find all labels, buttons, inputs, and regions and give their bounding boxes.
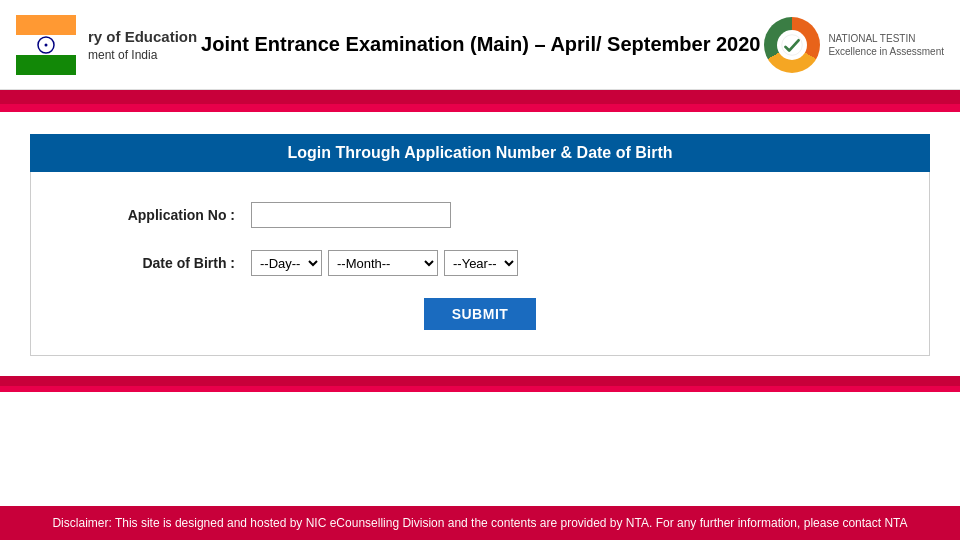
disclaimer-bar: Disclaimer: This site is designed and ho… (0, 506, 960, 540)
page-header: ry of Education ment of India Joint Entr… (0, 0, 960, 90)
application-no-row: Application No : (51, 202, 909, 228)
submit-button[interactable]: SUBMIT (424, 298, 537, 330)
ministry-line2: ment of India (88, 47, 197, 64)
dob-row: Date of Birth : --Day-- 12345 678910 111… (51, 250, 909, 276)
dob-month-select[interactable]: --Month-- JanuaryFebruaryMarchApril MayJ… (328, 250, 438, 276)
login-section-title: Login Through Application Number & Date … (30, 134, 930, 172)
decorative-bar-crimson (0, 90, 960, 104)
disclaimer-text: Disclaimer: This site is designed and ho… (52, 516, 907, 530)
dob-day-select[interactable]: --Day-- 12345 678910 1112131415 16171819… (251, 250, 322, 276)
exam-title: Joint Entrance Examination (Main) – Apri… (197, 33, 764, 56)
nta-name-text: NATIONAL TESTIN Excellence in Assessment (828, 32, 944, 58)
ministry-logo-icon (16, 15, 76, 75)
ministry-info: ry of Education ment of India (16, 15, 197, 75)
ministry-line1: ry of Education (88, 26, 197, 47)
ministry-name: ry of Education ment of India (88, 26, 197, 64)
dob-label: Date of Birth : (51, 255, 251, 271)
nta-title: NATIONAL TESTIN (828, 32, 944, 45)
dob-year-select[interactable]: --Year-- 1990199119921993 19941995199619… (444, 250, 518, 276)
svg-point-4 (45, 43, 48, 46)
dob-selects-group: --Day-- 12345 678910 1112131415 16171819… (251, 250, 518, 276)
nta-branding: NATIONAL TESTIN Excellence in Assessment (764, 17, 944, 73)
svg-rect-2 (16, 55, 76, 75)
app-no-input[interactable] (251, 202, 451, 228)
login-form: Application No : Date of Birth : --Day--… (30, 172, 930, 356)
decorative-bar-pink (0, 104, 960, 112)
nta-tagline: Excellence in Assessment (828, 45, 944, 58)
svg-rect-0 (16, 15, 76, 35)
app-no-label: Application No : (51, 207, 251, 223)
nta-logo-icon (764, 17, 820, 73)
submit-row: SUBMIT (51, 298, 909, 330)
bottom-bar-crimson (0, 376, 960, 386)
bottom-bar-pink (0, 386, 960, 392)
